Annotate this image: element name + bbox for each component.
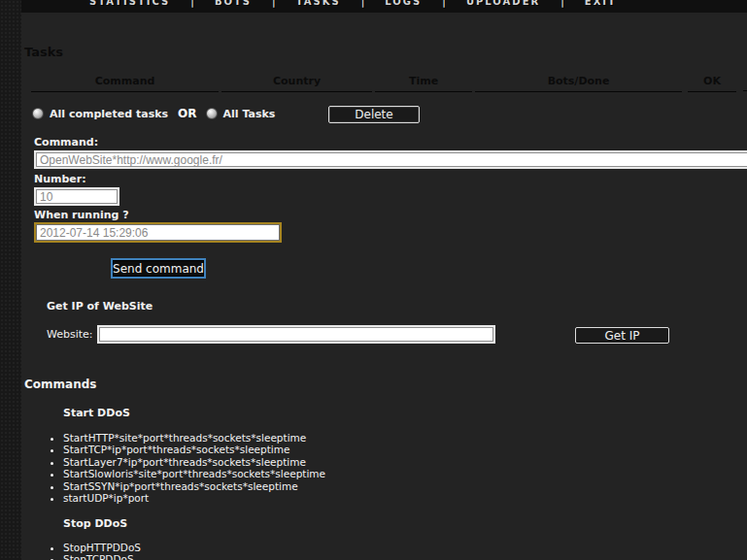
radio-all-completed-tasks[interactable] (32, 108, 44, 119)
command-input[interactable] (34, 150, 747, 169)
radio-all-tasks[interactable] (206, 108, 218, 119)
command-syntax-item: StopTCPDDoS (63, 553, 141, 560)
command-syntax-item: StartTCP*ip*port*threads*sockets*sleepti… (63, 444, 325, 455)
command-syntax-item: StartSSYN*ip*port*threads*sockets*sleept… (63, 480, 325, 492)
command-label: Command: (34, 136, 98, 148)
website-label: Website: (47, 328, 93, 341)
start-ddos-list: StartHTTP*site*port*threads*sockets*slee… (48, 432, 325, 504)
command-syntax-item: StopHTTPDDoS (63, 542, 141, 553)
nav-item[interactable]: UPLOADER (422, 0, 540, 7)
commands-section-heading: Commands (24, 378, 96, 391)
table-column-header: Bots/Done (475, 75, 682, 92)
send-command-button[interactable]: Send command (111, 258, 206, 279)
nav-bar: STATISTICS BOTS TASKS LOGS UPLOADER EXIT (21, 0, 747, 13)
command-syntax-item: StartHTTP*site*port*threads*sockets*slee… (63, 432, 325, 444)
panel-screen: STATISTICS BOTS TASKS LOGS UPLOADER EXIT… (0, 0, 747, 560)
table-column-partial (743, 75, 747, 91)
get-ip-button[interactable]: Get IP (575, 327, 669, 344)
tasks-section-heading: Tasks (24, 45, 63, 59)
table-column-header: Time (375, 75, 472, 92)
nav-item[interactable]: TASKS (252, 0, 341, 7)
or-label: OR (178, 107, 196, 120)
command-syntax-item: StartSlowloris*site*port*threads*sockets… (63, 468, 325, 479)
number-input[interactable] (34, 187, 119, 206)
tasks-table-header: Command Country Time Bots/Done OK (31, 75, 736, 92)
get-ip-heading: Get IP of WebSite (47, 300, 153, 313)
start-ddos-title: Start DDoS (63, 407, 130, 419)
when-running-label: When running ? (34, 209, 129, 221)
table-column-header: Command (31, 75, 219, 92)
nav-item[interactable]: STATISTICS (89, 0, 170, 7)
website-input[interactable] (97, 325, 495, 344)
nav-item[interactable]: LOGS (341, 0, 423, 7)
number-label: Number: (34, 173, 86, 185)
delete-button[interactable]: Delete (328, 106, 420, 123)
command-syntax-item: StartLayer7*ip*port*threads*sockets*slee… (63, 456, 325, 468)
stop-ddos-list: StopHTTPDDoS StopTCPDDoS (48, 542, 141, 560)
radio-all-tasks-label: All Tasks (223, 108, 276, 120)
when-running-input[interactable] (34, 222, 282, 243)
radio-all-completed-label: All completed tasks (50, 108, 168, 120)
command-syntax-item: startUDP*ip*port (63, 492, 325, 504)
table-column-header: OK (688, 75, 736, 92)
nav-item[interactable]: EXIT (540, 0, 617, 7)
stop-ddos-title: Stop DDoS (63, 517, 127, 530)
nav-item[interactable]: BOTS (170, 0, 252, 7)
task-filter-row: All completed tasks OR All Tasks (32, 105, 275, 122)
table-column-header: Country (221, 75, 372, 92)
left-texture-strip (0, 0, 21, 560)
